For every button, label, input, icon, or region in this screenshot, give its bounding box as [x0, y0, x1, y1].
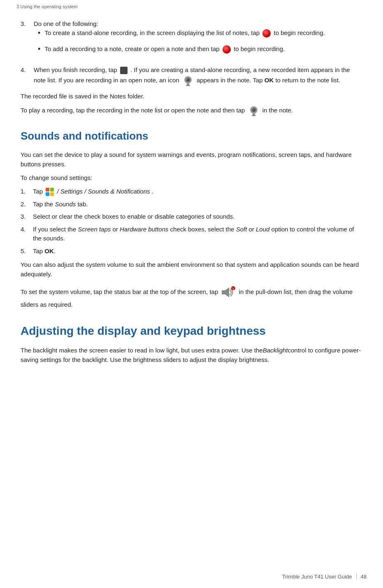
record-icon-2 — [223, 45, 231, 54]
step1-body: Tap / Settings / Sounds & Notifications … — [33, 187, 362, 196]
step4-italic3: Soft — [236, 226, 247, 233]
para-play-recording: To play a recording, tap the recording i… — [21, 105, 362, 117]
bullet-2-suffix: to begin recording. — [234, 45, 285, 52]
step1-period: . — [152, 188, 153, 195]
step4-italic1: Screen taps — [78, 226, 111, 233]
speaker-icon: ! — [221, 285, 236, 300]
bullet-2-text: To add a recording to a note, create or … — [44, 44, 362, 54]
record-icon-1 — [262, 29, 271, 37]
step5-ok: OK — [44, 247, 54, 254]
stop-icon — [120, 67, 128, 74]
step-5: 5. Tap OK. — [21, 247, 362, 256]
section2-prefix: The backlight makes the screen easier to… — [21, 347, 263, 354]
para2-suffix: in the note. — [262, 107, 293, 114]
item4-ok: OK — [265, 76, 274, 83]
item3-number: 3. — [21, 19, 34, 29]
section1-para1: You can set the device to play a sound f… — [21, 150, 362, 169]
para4-prefix: To set the system volume, tap the status… — [21, 288, 218, 295]
step4-num: 4. — [21, 225, 33, 234]
step4-italic2: Hardware buttons — [120, 226, 168, 233]
item4-text3: appears in the note. Tap — [197, 76, 263, 83]
step4-mid2: check boxes, select the — [168, 226, 236, 233]
play-audio-icon — [248, 106, 260, 117]
svg-rect-8 — [252, 115, 256, 116]
step5-tap: Tap — [33, 247, 44, 254]
step2-prefix: Tap the — [33, 201, 55, 208]
step4-italic4: Loud — [256, 226, 269, 233]
section2-para1: The backlight makes the screen easier to… — [21, 345, 362, 365]
item4-body: When you finish recording, tap . If you … — [34, 65, 362, 86]
footer-page: 48 — [361, 573, 367, 581]
svg-rect-3 — [186, 85, 190, 86]
para-notes-folder: The recorded file is saved in the Notes … — [21, 91, 362, 101]
page-footer: Trimble Juno T41 User Guide 48 — [282, 573, 367, 581]
bullet-dot-2: • — [38, 44, 40, 55]
item4-text4: to return to the note list. — [275, 76, 340, 83]
section2-title: Adjusting the display and keypad brightn… — [21, 322, 362, 340]
svg-text:!: ! — [233, 287, 234, 290]
svg-rect-13 — [50, 192, 54, 196]
svg-point-9 — [252, 108, 253, 110]
step1-text-italic: / Settings / Sounds & Notifications — [57, 188, 150, 195]
audio-icon — [182, 76, 194, 87]
page-header: 3 Using the operating system — [0, 0, 383, 12]
step2-italic: Sounds — [55, 201, 76, 208]
bullet-item-1: • To create a stand-alone recording, in … — [38, 28, 362, 39]
step-3: 3. Select or clear the check boxes to en… — [21, 212, 362, 222]
item3-text: Do one of the following: — [34, 20, 98, 27]
item4-number: 4. — [21, 65, 34, 75]
bullet-1-suffix: to begin recording. — [274, 29, 325, 36]
svg-rect-12 — [46, 192, 49, 196]
step-2: 2. Tap the Sounds tab. — [21, 200, 362, 209]
bullet-list: • To create a stand-alone recording, in … — [38, 28, 362, 55]
list-item-3: 3. Do one of the following: • To create … — [21, 19, 362, 61]
bullet-item-2: • To add a recording to a note, create o… — [38, 44, 362, 55]
footer-separator — [356, 573, 357, 580]
section1-para3: You can also adjust the system volume to… — [21, 260, 362, 279]
page-content: 3. Do one of the following: • To create … — [0, 12, 383, 394]
step2-body: Tap the Sounds tab. — [33, 200, 362, 209]
para2-prefix: To play a recording, tap the recording i… — [21, 107, 245, 114]
step3-num: 3. — [21, 212, 33, 222]
item4-text1: When you finish recording, tap — [34, 66, 117, 73]
bullet-1-text: To create a stand-alone recording, in th… — [44, 28, 362, 38]
step-4: 4. If you select the Screen taps or Hard… — [21, 225, 362, 243]
chapter-label: 3 Using the operating system — [16, 4, 78, 9]
step3-body: Select or clear the check boxes to enabl… — [33, 212, 362, 222]
section1-para4: To set the system volume, tap the status… — [21, 285, 362, 309]
windows-icon — [45, 187, 54, 196]
item3-body: Do one of the following: • To create a s… — [34, 19, 362, 61]
section1-title: Sounds and notifications — [21, 128, 362, 144]
section1-para2: To change sound settings: — [21, 173, 362, 182]
step-1: 1. Tap / Settings / Sounds & Notificatio… — [21, 187, 362, 196]
step4-body: If you select the Screen taps or Hardwar… — [33, 225, 362, 243]
step4-mid1: or — [111, 226, 120, 233]
step4-mid3: or — [247, 226, 256, 233]
step2-num: 2. — [21, 200, 33, 209]
step1-tap: Tap — [33, 188, 44, 195]
svg-rect-14 — [222, 290, 225, 294]
step1-num: 1. — [21, 187, 33, 196]
svg-rect-10 — [46, 188, 49, 191]
step5-body: Tap OK. — [33, 247, 362, 256]
svg-rect-11 — [50, 188, 54, 191]
svg-point-4 — [186, 78, 188, 80]
step4-pre: If you select the — [33, 226, 78, 233]
step2-suffix: tab. — [76, 201, 88, 208]
bullet-dot-1: • — [38, 28, 40, 39]
step5-num: 5. — [21, 247, 33, 256]
step5-period: . — [54, 247, 56, 254]
list-item-4: 4. When you finish recording, tap . If y… — [21, 65, 362, 86]
section2-italic: Backlight — [263, 347, 288, 354]
footer-text: Trimble Juno T41 User Guide — [282, 573, 352, 581]
steps-list: 1. Tap / Settings / Sounds & Notificatio… — [21, 187, 362, 256]
svg-marker-15 — [225, 287, 229, 297]
